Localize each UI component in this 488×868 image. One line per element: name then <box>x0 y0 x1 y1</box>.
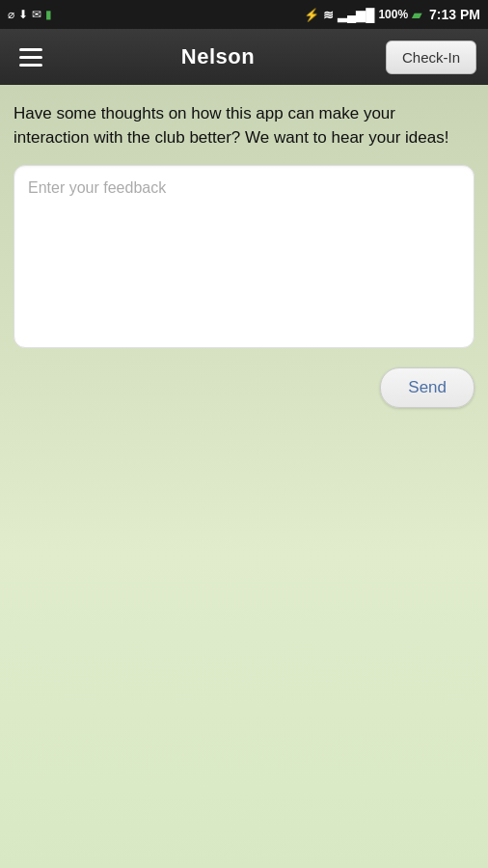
main-content: Have some thoughts on how this app can m… <box>0 85 488 868</box>
hamburger-line-2 <box>19 56 42 59</box>
hamburger-line-3 <box>19 64 42 67</box>
bluetooth-icon: ⚡ <box>304 8 319 22</box>
status-bar: ⌀ ⬇ ✉ ▮ ⚡ ≋ ▂▄▆█ 100% ▰ 7:13 PM <box>0 0 488 29</box>
signal-icon: ▂▄▆█ <box>338 8 374 22</box>
hamburger-line-1 <box>19 48 42 51</box>
description-text: Have some thoughts on how this app can m… <box>14 102 474 149</box>
feedback-input[interactable] <box>14 165 474 348</box>
app-title: Nelson <box>181 44 255 69</box>
wifi-icon: ≋ <box>323 8 334 22</box>
usb-icon: ⌀ <box>8 8 14 21</box>
send-button[interactable]: Send <box>380 367 474 408</box>
status-left-icons: ⌀ ⬇ ✉ ▮ <box>8 8 52 21</box>
battery-percentage: 100% <box>378 8 408 21</box>
email-icon: ✉ <box>32 8 41 21</box>
download-icon: ⬇ <box>18 8 28 21</box>
battery-icon: ▰ <box>412 8 421 22</box>
menu-button[interactable] <box>12 38 50 76</box>
battery-charging-icon: ▮ <box>45 8 52 21</box>
nav-bar: Nelson Check-In <box>0 29 488 85</box>
status-right-icons: ⚡ ≋ ▂▄▆█ 100% ▰ 7:13 PM <box>304 7 480 22</box>
status-time: 7:13 PM <box>429 7 480 22</box>
checkin-button[interactable]: Check-In <box>386 41 476 74</box>
send-button-container: Send <box>14 367 474 408</box>
